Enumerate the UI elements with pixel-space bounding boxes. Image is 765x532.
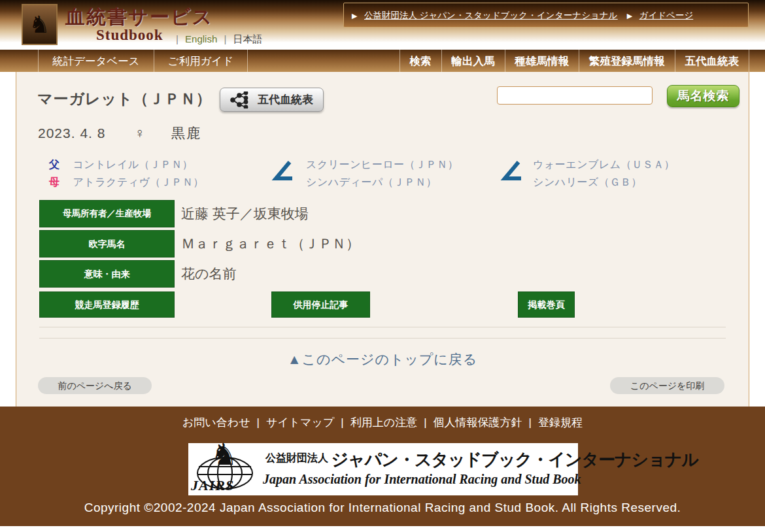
studbook-page: ♞ 血統書サービス Studbook | English | 日本語 ▶ 公益財… xyxy=(0,0,765,532)
separator: | xyxy=(224,33,226,44)
banner-org-name: 公益財団法人 ジャパン・スタッドブック・インターナショナル xyxy=(265,448,698,471)
print-page-button[interactable]: このページを印刷 xyxy=(610,377,724,394)
footer-link-contact[interactable]: お問い合わせ xyxy=(182,416,250,429)
copyright-notice: Copyright ©2002-2024 Japan Association f… xyxy=(0,501,765,515)
separator: | xyxy=(424,416,426,429)
pedigree-generation-3: ウォーエンブレム（ＵＳＡ） シンハリーズ（ＧＢ） xyxy=(533,156,675,191)
owner-breeder-label: 母馬所有者／生産牧場 xyxy=(39,200,175,227)
nav-item-broodmare-registration-info[interactable]: 繁殖登録馬情報 xyxy=(579,50,675,72)
nav-left-group: 統計データベース ご利用ガイド xyxy=(38,50,248,72)
great-grandsire-link[interactable]: ウォーエンブレム（ＵＳＡ） xyxy=(533,159,675,170)
separator: | xyxy=(257,416,260,429)
footer-links: お問い合わせ|サイトマップ|利用上の注意|個人情報保護方針|登録規程 xyxy=(0,415,765,430)
separator: | xyxy=(529,416,532,429)
five-gen-pedigree-button-label: 五代血統表 xyxy=(258,92,313,107)
arrow-icon: ▶ xyxy=(352,12,357,20)
dam-label: 母 xyxy=(49,176,60,188)
name-meaning-value: 花の名前 xyxy=(181,260,237,288)
nav-item-statistics-database[interactable]: 統計データベース xyxy=(38,50,154,72)
nav-item-stallion-info[interactable]: 種雄馬情報 xyxy=(505,50,579,72)
guide-page-link[interactable]: ガイドページ xyxy=(639,10,694,20)
jairs-logo: ♞ JAIRS xyxy=(191,444,264,494)
language-switcher: | English | 日本語 xyxy=(172,33,263,46)
horse-logo-icon: ♞ xyxy=(29,13,50,37)
english-name-label: 欧字馬名 xyxy=(39,230,175,258)
content-area: マーガレット（ＪＰＮ） 五代血統表 馬名検索 2023. 4. 8 ♀ 黒鹿 xyxy=(16,72,749,407)
site-subtitle: Studbook xyxy=(96,27,163,44)
great-granddam-link[interactable]: シンハリーズ（ＧＢ） xyxy=(533,176,642,188)
published-volume-page-button[interactable]: 掲載巻頁 xyxy=(518,291,575,318)
separator: | xyxy=(341,416,343,429)
divider xyxy=(39,327,726,327)
birth-date: 2023. 4. 8 xyxy=(38,125,105,141)
site-footer: お問い合わせ|サイトマップ|利用上の注意|個人情報保護方針|登録規程 ♞ JAI… xyxy=(0,407,765,526)
nav-right-group: 検索 輸出入馬 種雄馬情報 繁殖登録馬情報 五代血統表 xyxy=(400,50,750,72)
five-gen-pedigree-button[interactable]: 五代血統表 xyxy=(220,88,324,112)
pedigree-tree-icon xyxy=(230,91,251,108)
lang-link-japanese[interactable]: 日本語 xyxy=(233,33,263,44)
nav-item-search[interactable]: 検索 xyxy=(400,50,441,72)
horse-name-search-button[interactable]: 馬名検索 xyxy=(667,85,740,107)
service-suspension-article-button[interactable]: 供用停止記事 xyxy=(271,291,370,318)
coat-color: 黒鹿 xyxy=(171,124,201,142)
banner-org-name-english: Japan Association for International Raci… xyxy=(263,472,581,487)
owner-breeder-value: 近藤 英子／坂東牧場 xyxy=(181,200,309,227)
female-symbol: ♀ xyxy=(134,125,145,142)
footer-link-terms[interactable]: 利用上の注意 xyxy=(350,416,417,429)
pedigree-angle-icon xyxy=(499,161,524,182)
granddam-link[interactable]: シンハディーパ（ＪＰＮ） xyxy=(306,176,437,188)
pedigree-generation-1: 父 コントレイル（ＪＰＮ） 母 アトラクティヴ（ＪＰＮ） xyxy=(49,156,204,191)
birth-info-row: 2023. 4. 8 ♀ 黒鹿 xyxy=(38,124,201,142)
org-link[interactable]: 公益財団法人 ジャパン・スタッドブック・インターナショナル xyxy=(364,10,618,20)
nav-item-five-gen-pedigree[interactable]: 五代血統表 xyxy=(675,50,750,72)
pedigree-generation-2: スクリーンヒーロー（ＪＰＮ） シンハディーパ（ＪＰＮ） xyxy=(306,156,458,191)
arrow-icon: ▶ xyxy=(627,12,632,20)
jairs-banner[interactable]: ♞ JAIRS 公益財団法人 ジャパン・スタッドブック・インターナショナル Ja… xyxy=(188,443,578,495)
lang-link-english[interactable]: English xyxy=(185,33,217,44)
previous-page-button[interactable]: 前のページへ戻る xyxy=(38,377,152,394)
banner-org-title: ジャパン・スタッドブック・インターナショナル xyxy=(331,450,698,469)
footer-link-privacy-policy[interactable]: 個人情報保護方針 xyxy=(434,416,522,429)
jairs-wordmark: JAIRS xyxy=(191,477,234,494)
header-org-banner: ▶ 公益財団法人 ジャパン・スタッドブック・インターナショナル ▶ ガイドページ xyxy=(343,3,749,27)
english-name-value: Ｍａｒｇａｒｅｔ（ＪＰＮ） xyxy=(181,230,360,258)
nav-item-import-export-horses[interactable]: 輸出入馬 xyxy=(441,50,505,72)
pedigree-angle-icon xyxy=(270,161,295,182)
page-title-horse-name: マーガレット（ＪＰＮ） xyxy=(37,89,212,109)
sire-label: 父 xyxy=(49,159,60,170)
site-logo[interactable]: ♞ xyxy=(22,4,58,45)
grandsire-link[interactable]: スクリーンヒーロー（ＪＰＮ） xyxy=(306,159,458,170)
main-nav: 統計データベース ご利用ガイド 検索 輸出入馬 種雄馬情報 繁殖登録馬情報 五代… xyxy=(0,50,765,72)
back-to-top-link[interactable]: ▲このページのトップに戻る xyxy=(16,350,749,369)
footer-link-registration-rules[interactable]: 登録規程 xyxy=(538,416,583,429)
horse-silhouette-icon: ♞ xyxy=(211,439,237,469)
separator: | xyxy=(176,33,178,44)
banner-org-type: 公益財団法人 xyxy=(265,452,328,463)
divider xyxy=(39,338,726,339)
dam-link[interactable]: アトラクティヴ（ＪＰＮ） xyxy=(73,176,204,188)
racehorse-registration-history-button[interactable]: 競走馬登録履歴 xyxy=(39,291,175,318)
nav-item-user-guide[interactable]: ご利用ガイド xyxy=(154,50,248,72)
footer-link-sitemap[interactable]: サイトマップ xyxy=(266,416,334,429)
horse-name-search-input[interactable] xyxy=(497,86,653,105)
sire-link[interactable]: コントレイル（ＪＰＮ） xyxy=(73,159,193,170)
site-header: ♞ 血統書サービス Studbook | English | 日本語 ▶ 公益財… xyxy=(0,0,765,50)
name-meaning-label: 意味・由来 xyxy=(39,260,175,288)
